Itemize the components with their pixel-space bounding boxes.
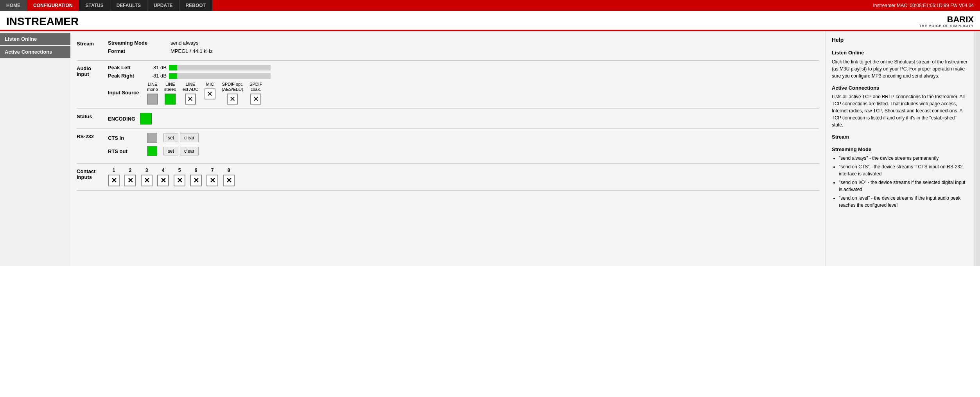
input-source-spdif-opt[interactable]: SPDIF opt.(AES/EBU) ✕ bbox=[222, 82, 243, 105]
page-title: INSTREAMER bbox=[6, 15, 79, 28]
input-source-line-mono[interactable]: LINEmono bbox=[147, 82, 158, 105]
ci-2-num: 2 bbox=[129, 168, 132, 173]
input-source-line-stereo[interactable]: LINEstereo bbox=[164, 82, 176, 105]
audio-input-section: Audio Input Peak Left -81 dB Peak Right … bbox=[77, 61, 819, 109]
stream-mode-row: Streaming Mode send always bbox=[108, 40, 819, 46]
line-ext-adc-box[interactable]: ✕ bbox=[185, 94, 196, 105]
topbar: HOME CONFIGURATION STATUS DEFAULTS UPDAT… bbox=[0, 0, 980, 11]
help-streaming-mode-item-0: "send always" - the device streams perma… bbox=[839, 155, 967, 162]
status-label: Status bbox=[77, 113, 108, 119]
spdif-coax-box[interactable]: ✕ bbox=[250, 94, 261, 105]
rs232-label: RS-232 bbox=[77, 133, 108, 139]
line-ext-adc-label: LINEext ADC bbox=[183, 82, 198, 92]
main-layout: Listen Online Active Connections Stream … bbox=[0, 31, 980, 266]
stream-mode-label: Streaming Mode bbox=[108, 40, 171, 46]
nav-home[interactable]: HOME bbox=[0, 0, 27, 11]
ci-1: 1 ✕ bbox=[108, 168, 120, 186]
input-source-label: Input Source bbox=[108, 82, 147, 96]
status-indicator bbox=[140, 113, 152, 125]
spdif-opt-label: SPDIF opt.(AES/EBU) bbox=[222, 82, 243, 92]
ci-5: 5 ✕ bbox=[174, 168, 185, 186]
help-active-connections-text: Lists all active TCP and BRTP connection… bbox=[832, 93, 967, 128]
peak-left-db: -81 dB bbox=[147, 65, 167, 70]
line-mono-box[interactable] bbox=[147, 94, 158, 105]
ci-3: 3 ✕ bbox=[141, 168, 153, 186]
ci-6: 6 ✕ bbox=[190, 168, 202, 186]
ci-7-num: 7 bbox=[211, 168, 214, 173]
cts-indicator bbox=[147, 133, 157, 143]
help-listen-online-heading: Listen Online bbox=[832, 49, 967, 57]
contact-inputs-section: Contact Inputs 1 ✕ 2 ✕ 3 ✕ bbox=[77, 164, 819, 191]
help-streaming-mode-list: "send always" - the device streams perma… bbox=[832, 155, 967, 209]
ci-6-box: ✕ bbox=[190, 175, 202, 186]
status-section: Status ENCODING bbox=[77, 109, 819, 129]
peak-right-fill bbox=[169, 73, 177, 79]
contact-inputs-row: 1 ✕ 2 ✕ 3 ✕ 4 ✕ bbox=[108, 168, 819, 186]
rts-clear-button[interactable]: clear bbox=[180, 147, 199, 155]
nav-update[interactable]: UPDATE bbox=[147, 0, 179, 11]
ci-3-num: 3 bbox=[145, 168, 148, 173]
ci-4-num: 4 bbox=[162, 168, 165, 173]
audio-input-label: Audio Input bbox=[77, 65, 108, 77]
peak-left-fill bbox=[169, 65, 177, 70]
input-source-line-ext-adc[interactable]: LINEext ADC ✕ bbox=[183, 82, 198, 105]
ci-2: 2 ✕ bbox=[124, 168, 136, 186]
header: INSTREAMER BARIX THE VOICE OF SIMPLICITY bbox=[0, 11, 980, 30]
scrollbar[interactable] bbox=[974, 31, 980, 266]
rts-indicator bbox=[147, 146, 157, 156]
ci-6-num: 6 bbox=[195, 168, 197, 173]
stream-format-row: Format MPEG1 / 44.1 kHz bbox=[108, 48, 819, 54]
peak-right-db: -81 dB bbox=[147, 73, 167, 79]
ci-1-box: ✕ bbox=[108, 175, 120, 186]
stream-content: Streaming Mode send always Format MPEG1 … bbox=[108, 40, 819, 56]
stream-format-value: MPEG1 / 44.1 kHz bbox=[171, 48, 213, 54]
sidebar-item-active-connections[interactable]: Active Connections bbox=[0, 46, 70, 58]
ci-5-box: ✕ bbox=[174, 175, 185, 186]
content-area: Stream Streaming Mode send always Format… bbox=[70, 31, 825, 266]
ci-3-box: ✕ bbox=[141, 175, 153, 186]
ci-2-box: ✕ bbox=[124, 175, 136, 186]
peak-right-row: Peak Right -81 dB bbox=[108, 73, 819, 79]
peak-left-label: Peak Left bbox=[108, 65, 147, 70]
rts-row: RTS out set clear bbox=[108, 146, 819, 156]
ci-4: 4 ✕ bbox=[157, 168, 169, 186]
spdif-coax-label: SPDIFcoax. bbox=[249, 82, 262, 92]
help-streaming-mode-heading: Streaming Mode bbox=[832, 146, 967, 153]
cts-row: CTS in set clear bbox=[108, 133, 819, 143]
mic-label: MIC bbox=[206, 82, 214, 87]
brand-tagline: THE VOICE OF SIMPLICITY bbox=[919, 24, 974, 28]
stream-label: Stream bbox=[77, 40, 108, 47]
mic-box[interactable]: ✕ bbox=[205, 88, 215, 99]
audio-input-content: Peak Left -81 dB Peak Right -81 dB I bbox=[108, 65, 819, 105]
cts-set-button[interactable]: set bbox=[163, 134, 178, 142]
ci-8-num: 8 bbox=[228, 168, 230, 173]
spdif-opt-box[interactable]: ✕ bbox=[227, 94, 238, 105]
help-listen-online-text: Click the link to get the online Shoutca… bbox=[832, 58, 967, 79]
contact-inputs-content: 1 ✕ 2 ✕ 3 ✕ 4 ✕ bbox=[108, 168, 819, 186]
nav-configuration[interactable]: CONFIGURATION bbox=[27, 0, 79, 11]
line-mono-label: LINEmono bbox=[147, 82, 158, 92]
cts-clear-button[interactable]: clear bbox=[180, 134, 199, 142]
ci-7: 7 ✕ bbox=[206, 168, 218, 186]
input-source-mic[interactable]: MIC ✕ bbox=[205, 82, 215, 105]
nav-status[interactable]: STATUS bbox=[79, 0, 110, 11]
stream-format-label: Format bbox=[108, 48, 171, 54]
brand: BARIX THE VOICE OF SIMPLICITY bbox=[919, 15, 974, 28]
stream-section: Stream Streaming Mode send always Format… bbox=[77, 36, 819, 61]
help-title: Help bbox=[832, 36, 967, 44]
ci-5-num: 5 bbox=[178, 168, 181, 173]
ci-8: 8 ✕ bbox=[223, 168, 235, 186]
line-stereo-box[interactable] bbox=[165, 94, 176, 105]
line-stereo-label: LINEstereo bbox=[164, 82, 176, 92]
rts-set-button[interactable]: set bbox=[163, 147, 178, 155]
peak-left-row: Peak Left -81 dB bbox=[108, 65, 819, 70]
help-stream-heading: Stream bbox=[832, 133, 967, 141]
help-active-connections-heading: Active Connections bbox=[832, 84, 967, 92]
rs232-content: CTS in set clear RTS out set clear bbox=[108, 133, 819, 159]
input-source-spdif-coax[interactable]: SPDIFcoax. ✕ bbox=[249, 82, 262, 105]
help-streaming-mode-item-2: "send on I/O" - the device streams if th… bbox=[839, 179, 967, 193]
sidebar-item-listen-online[interactable]: Listen Online bbox=[0, 33, 70, 45]
nav-reboot[interactable]: REBOOT bbox=[179, 0, 212, 11]
nav-defaults[interactable]: DEFAULTS bbox=[110, 0, 147, 11]
help-streaming-mode-item-1: "send on CTS" - the device streams if CT… bbox=[839, 163, 967, 177]
